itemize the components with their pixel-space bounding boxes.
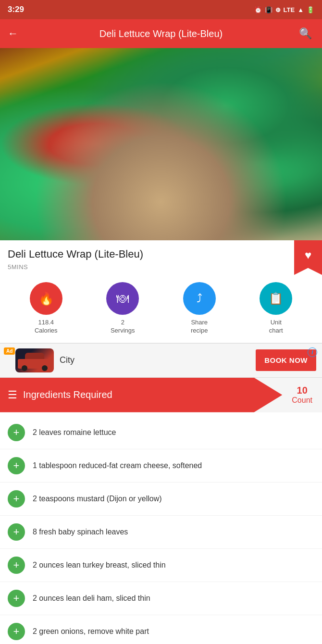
status-bar: 3:29 ⏰ 📳 ⊕ LTE ▲ 🔋 — [0, 0, 322, 19]
list-item: + 2 leaves romaine lettuce — [0, 416, 322, 449]
search-button[interactable]: 🔍 — [299, 27, 314, 40]
recipe-image — [0, 48, 322, 240]
app-header: ← Deli Lettuce Wrap (Lite-Bleu) 🔍 — [0, 19, 322, 48]
add-ingredient-button[interactable]: + — [8, 623, 25, 640]
battery-icon: 🔋 — [307, 6, 314, 13]
recipe-title: Deli Lettuce Wrap (Lite-Bleu) — [8, 248, 314, 260]
ingredient-text: 2 green onions, remove white part — [33, 626, 149, 637]
calories-text: Calories — [35, 327, 58, 334]
ingredients-title: Ingredients Required — [23, 389, 112, 400]
status-time: 3:29 — [8, 5, 24, 14]
ingredients-header-wrapper: ☰ Ingredients Required 10 Count — [0, 378, 322, 412]
heart-icon: ♥ — [305, 248, 311, 262]
calories-button[interactable]: 🔥 — [30, 282, 62, 315]
ad-city-label: City — [60, 355, 256, 365]
calories-stat: 🔥 118.4 Calories — [30, 282, 62, 335]
ingredient-text: 8 fresh baby spinach leaves — [33, 527, 128, 537]
header-title: Deli Lettuce Wrap (Lite-Bleu) — [23, 28, 299, 39]
add-ingredient-button[interactable]: + — [8, 457, 25, 474]
servings-text: Servings — [111, 327, 135, 334]
list-item: + 1 tablespoon reduced-fat cream cheese,… — [0, 449, 322, 483]
recipe-time: 5MINS — [8, 263, 314, 271]
ingredients-header: ☰ Ingredients Required — [0, 378, 282, 412]
ingredients-count: 10 Count — [282, 378, 322, 412]
back-button[interactable]: ← — [8, 27, 23, 40]
servings-value: 2 — [121, 319, 124, 326]
ingredient-text: 2 ounces lean turkey breast, sliced thin — [33, 560, 166, 570]
ingredients-count-label: Count — [292, 396, 312, 405]
add-ingredient-button[interactable]: + — [8, 557, 25, 574]
add-ingredient-button[interactable]: + — [8, 523, 25, 541]
food-photo — [0, 48, 322, 240]
lte-label: LTE — [284, 6, 295, 13]
signal-strength-icon: ▲ — [297, 6, 304, 13]
ingredient-text: 2 leaves romaine lettuce — [33, 427, 116, 438]
ingredient-text: 1 tablespoon reduced-fat cream cheese, s… — [33, 460, 202, 471]
calories-label: 118.4 Calories — [35, 319, 58, 335]
chart-label: Unitchart — [269, 319, 283, 335]
add-ingredient-button[interactable]: + — [8, 590, 25, 607]
add-ingredient-button[interactable]: + — [8, 424, 25, 441]
share-label: Sharerecipe — [191, 319, 208, 335]
ingredients-list: + 2 leaves romaine lettuce + 1 tablespoo… — [0, 412, 322, 644]
status-icons: ⏰ 📳 ⊕ LTE ▲ 🔋 — [254, 6, 314, 13]
chart-stat: 📋 Unitchart — [260, 282, 292, 335]
servings-button[interactable]: 🍽 — [106, 282, 139, 315]
list-item: + 2 ounces lean turkey breast, sliced th… — [0, 549, 322, 582]
ad-info-icon[interactable]: i — [308, 347, 317, 357]
ingredient-text: 2 ounces lean deli ham, sliced thin — [33, 593, 150, 604]
share-stat: ⤴ Sharerecipe — [183, 282, 216, 335]
vibrate-icon: 📳 — [265, 6, 272, 13]
ad-tag: Ad — [4, 347, 15, 355]
ingredient-text: 2 teaspoons mustard (Dijon or yellow) — [33, 494, 162, 504]
share-button[interactable]: ⤴ — [183, 282, 216, 315]
ad-car-image — [15, 348, 54, 372]
stats-row: 🔥 118.4 Calories 🍽 2 Servings ⤴ Sharerec… — [0, 274, 322, 343]
alarm-icon: ⏰ — [254, 6, 262, 13]
chart-icon: 📋 — [269, 292, 283, 305]
list-item: + 2 green onions, remove white part — [0, 615, 322, 644]
list-item: + 2 teaspoons mustard (Dijon or yellow) — [0, 483, 322, 516]
list-item: + 8 fresh baby spinach leaves — [0, 516, 322, 549]
menu-icon: ☰ — [8, 389, 17, 401]
add-ingredient-button[interactable]: + — [8, 490, 25, 508]
plate-icon: 🍽 — [116, 291, 129, 306]
calories-value: 118.4 — [38, 319, 54, 326]
servings-label: 2 Servings — [111, 319, 135, 335]
car-wheel-right — [42, 365, 48, 371]
chart-button[interactable]: 📋 — [260, 282, 292, 315]
flame-icon: 🔥 — [38, 291, 54, 306]
car-wheel-left — [22, 365, 27, 371]
recipe-info-section: Deli Lettuce Wrap (Lite-Bleu) 5MINS ♥ — [0, 240, 322, 274]
ad-banner: Ad i City BOOK NOW — [0, 343, 322, 378]
ingredients-count-number: 10 — [297, 385, 308, 396]
car-body — [18, 359, 51, 369]
list-item: + 2 ounces lean deli ham, sliced thin — [0, 582, 322, 615]
car-shape — [18, 352, 51, 369]
servings-stat: 🍽 2 Servings — [106, 282, 139, 335]
signal-icon: ⊕ — [275, 6, 281, 13]
share-icon: ⤴ — [197, 292, 202, 305]
